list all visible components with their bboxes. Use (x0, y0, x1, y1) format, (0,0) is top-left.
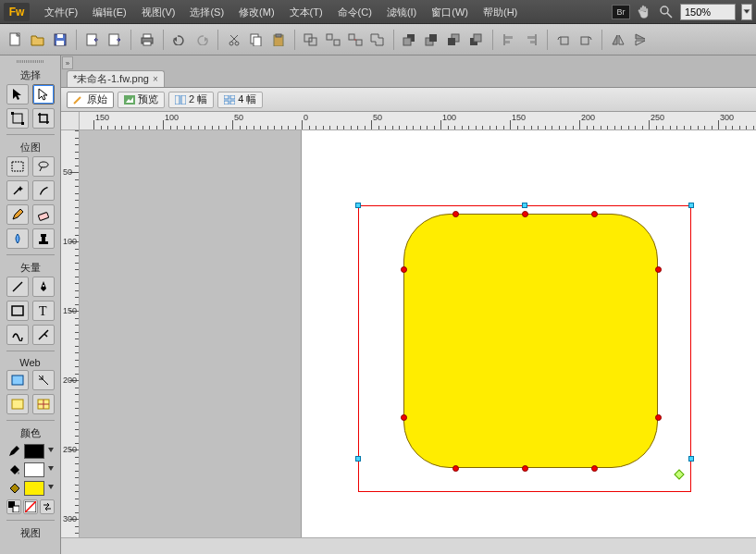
redo-button[interactable] (192, 30, 212, 50)
pen-tool[interactable] (32, 277, 55, 297)
wand-tool[interactable] (6, 180, 29, 201)
selection-handle[interactable] (688, 456, 694, 462)
menu-edit[interactable]: 编辑(E) (85, 0, 134, 24)
hand-tool-icon[interactable] (636, 4, 652, 20)
import-button[interactable] (82, 30, 103, 50)
default-colors-button[interactable] (6, 499, 21, 514)
eraser-tool[interactable] (32, 204, 55, 225)
brush-tool[interactable] (32, 180, 55, 201)
document-tab[interactable]: *未命名-1.fw.png × (67, 70, 165, 87)
crop-tool[interactable] (32, 108, 55, 129)
zoom-input[interactable]: 150% (680, 4, 736, 20)
undo-button[interactable] (169, 30, 190, 50)
group-button[interactable] (301, 30, 321, 50)
menu-view[interactable]: 视图(V) (134, 0, 183, 24)
selection-handle[interactable] (355, 203, 361, 208)
text-tool[interactable]: T (32, 301, 55, 321)
selection-handle[interactable] (355, 456, 361, 462)
anchor-point-handle[interactable] (655, 266, 662, 273)
bring-forward-button[interactable] (422, 30, 442, 50)
stroke-swatch[interactable] (24, 444, 44, 459)
anchor-point-handle[interactable] (522, 465, 528, 472)
menu-filters[interactable]: 滤镜(I) (379, 0, 424, 24)
new-button[interactable] (6, 30, 26, 50)
menu-window[interactable]: 窗口(W) (424, 0, 476, 24)
flip-v-button[interactable] (630, 30, 651, 50)
anchor-point-handle[interactable] (522, 211, 528, 217)
align-left-button[interactable] (499, 30, 519, 50)
export-button[interactable] (105, 30, 125, 50)
cut-button[interactable] (224, 30, 244, 50)
anchor-point-handle[interactable] (401, 414, 407, 421)
ruler-vertical[interactable]: 50100150200250300350 (61, 130, 80, 537)
view-2up-button[interactable]: 2 幅 (168, 92, 214, 108)
knife-tool[interactable] (32, 325, 55, 345)
view-preview-button[interactable]: 预览 (118, 92, 165, 108)
menu-bar: Fw 文件(F) 编辑(E) 视图(V) 选择(S) 修改(M) 文本(T) 命… (0, 0, 756, 24)
scale-tool[interactable] (6, 108, 29, 129)
blur-tool[interactable] (6, 228, 29, 249)
no-color-button[interactable] (23, 499, 38, 514)
anchor-point-handle[interactable] (591, 465, 598, 472)
bring-front-button[interactable] (400, 30, 420, 50)
fill-swatch-none[interactable] (24, 462, 44, 477)
open-button[interactable] (28, 30, 48, 50)
marquee-tool[interactable] (6, 156, 29, 177)
ruler-horizontal[interactable]: 15010050050100150200250300350 (80, 112, 756, 130)
anchor-point-handle[interactable] (452, 211, 459, 217)
view-4up-button[interactable]: 4 幅 (217, 92, 263, 108)
send-back-button[interactable] (466, 30, 487, 50)
fill2-swatch-dd[interactable] (48, 485, 54, 492)
menu-help[interactable]: 帮助(H) (476, 0, 525, 24)
panel-grip[interactable] (5, 57, 56, 65)
flip-h-button[interactable] (608, 30, 628, 50)
stroke-swatch-dd[interactable] (48, 448, 54, 455)
zoom-dropdown[interactable] (741, 4, 752, 20)
print-button[interactable] (137, 30, 157, 50)
anchor-point-handle[interactable] (401, 266, 407, 273)
ungroup-button[interactable] (323, 30, 343, 50)
subselect-tool[interactable] (32, 84, 55, 105)
pencil-tool[interactable] (6, 204, 29, 225)
canvas-stage[interactable] (80, 130, 756, 537)
slice-tool[interactable] (32, 370, 55, 390)
save-button[interactable] (50, 30, 70, 50)
search-icon[interactable] (658, 4, 675, 20)
svg-rect-55 (12, 162, 23, 171)
rotate-right-button[interactable] (576, 30, 596, 50)
menu-text[interactable]: 文本(T) (282, 0, 330, 24)
selection-handle[interactable] (688, 203, 694, 208)
hotspot-tool[interactable] (6, 370, 29, 390)
expand-panels-tab[interactable]: » (62, 56, 73, 69)
swap-colors-button[interactable] (40, 499, 55, 514)
align-right-button[interactable] (521, 30, 541, 50)
send-backward-button[interactable] (444, 30, 465, 50)
stamp-tool[interactable] (32, 228, 55, 249)
show-slices-button[interactable] (32, 394, 55, 414)
menu-file[interactable]: 文件(F) (37, 0, 85, 24)
union-button[interactable] (367, 30, 388, 50)
copy-button[interactable] (246, 30, 266, 50)
close-tab-icon[interactable]: × (153, 74, 158, 84)
selection-handle[interactable] (522, 203, 527, 208)
ruler-origin[interactable] (61, 112, 80, 130)
anchor-point-handle[interactable] (655, 414, 662, 421)
rotate-left-button[interactable] (553, 30, 574, 50)
anchor-point-handle[interactable] (591, 211, 598, 217)
menu-modify[interactable]: 修改(M) (231, 0, 282, 24)
fill-swatch-dd[interactable] (48, 466, 54, 474)
lasso-tool[interactable] (32, 156, 55, 177)
paste-button[interactable] (268, 30, 289, 50)
line-tool[interactable] (6, 277, 29, 297)
menu-select[interactable]: 选择(S) (182, 0, 231, 24)
hide-slices-button[interactable] (6, 394, 29, 414)
rect-tool[interactable] (6, 301, 29, 321)
pointer-tool[interactable] (6, 84, 29, 105)
freeform-tool[interactable] (6, 325, 29, 345)
view-original-button[interactable]: 原始 (67, 92, 114, 108)
ungroup2-button[interactable] (345, 30, 366, 50)
anchor-point-handle[interactable] (452, 465, 459, 472)
fill-swatch[interactable] (24, 481, 44, 496)
menu-commands[interactable]: 命令(C) (330, 0, 379, 24)
bridge-badge[interactable]: Br (612, 5, 630, 19)
